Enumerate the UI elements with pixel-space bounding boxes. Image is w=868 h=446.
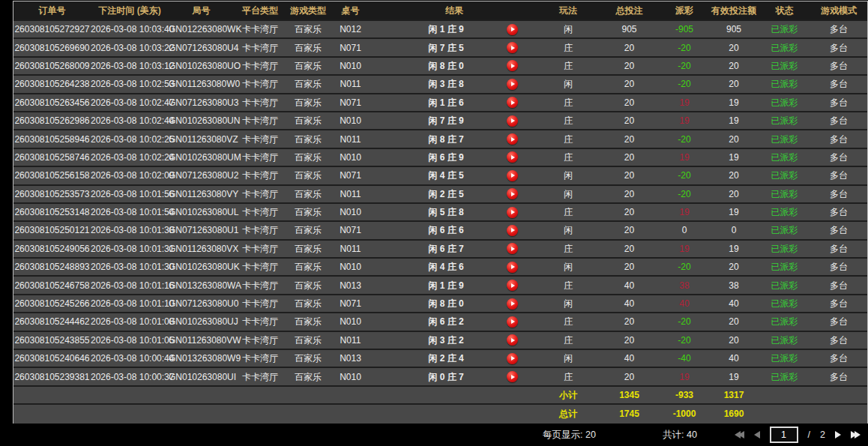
cell-total-bet: 20 — [599, 244, 660, 253]
cell-result: 闲 6 庄 2 — [405, 317, 487, 326]
play-triangle — [511, 192, 515, 196]
table-row: 2603081052444622026-03-08 10:01:08GN0102… — [13, 313, 867, 331]
cell-result: 闲 2 庄 4 — [405, 354, 487, 363]
play-video-icon[interactable] — [507, 115, 518, 127]
cell-game-mode: 多台 — [810, 226, 867, 235]
play-video-icon[interactable] — [507, 225, 518, 236]
header-total-bet: 总投注 — [599, 4, 660, 17]
cell-valid-bet: 40 — [709, 354, 759, 363]
cell-play-type: 庄 — [537, 61, 599, 70]
play-video-icon[interactable] — [507, 334, 518, 346]
cell-status: 已派彩 — [759, 116, 810, 125]
bet-records-page: 订单号 下注时间 (美东) 局号 平台类型 游戏类型 桌号 结果 玩法 总投注 … — [0, 0, 868, 446]
play-video-icon[interactable] — [507, 97, 518, 108]
cell-bet-time: 2026-03-08 10:02:44 — [91, 116, 169, 125]
table-row: 2603081052561582026-03-08 10:02:09GN0712… — [13, 167, 867, 185]
table-row: 2603081052488932026-03-08 10:01:30GN0102… — [13, 259, 867, 277]
cell-bet-time: 2026-03-08 10:01:08 — [91, 317, 169, 326]
play-video-icon[interactable] — [507, 170, 518, 181]
play-video-icon[interactable] — [507, 60, 518, 71]
cell-result: 闲 1 庄 9 — [405, 25, 487, 34]
prev-page-icon[interactable] — [754, 431, 760, 439]
play-video-icon[interactable] — [507, 24, 518, 35]
cell-game-type: 百家乐 — [286, 299, 330, 308]
record-count: 共计: 40 — [663, 429, 697, 442]
play-video-icon[interactable] — [507, 298, 518, 310]
cell-total-bet: 20 — [599, 262, 660, 271]
cell-payout: 19 — [660, 244, 709, 253]
cell-total-bet: 40 — [599, 299, 660, 308]
play-video-icon[interactable] — [507, 243, 518, 254]
cell-table-number: N010 — [330, 262, 371, 271]
cell-replay — [487, 371, 537, 382]
cell-bet-time: 2026-03-08 10:01:31 — [91, 244, 169, 253]
cell-game-type: 百家乐 — [286, 43, 330, 52]
cell-play-type: 闲 — [537, 79, 599, 88]
cell-order-number: 260308105249056 — [13, 244, 91, 253]
cell-order-number: 260308105243855 — [13, 336, 91, 345]
table-row: 2603081052467582026-03-08 10:01:16GN0132… — [13, 277, 867, 295]
cell-table-number: N011 — [330, 244, 371, 253]
table-row: 2603081052535732026-03-08 10:01:56GN0112… — [13, 186, 867, 204]
cell-replay — [487, 262, 537, 273]
summary-payout: -933 — [660, 391, 709, 400]
play-video-icon[interactable] — [507, 207, 518, 218]
cell-total-bet: 20 — [599, 226, 660, 235]
play-video-icon[interactable] — [507, 133, 518, 145]
play-video-icon[interactable] — [507, 280, 518, 291]
cell-valid-bet: 20 — [709, 317, 759, 326]
cell-payout: 19 — [660, 373, 709, 382]
cell-game-type: 百家乐 — [286, 61, 330, 70]
summary-label: 小计 — [537, 391, 599, 400]
cell-game-type: 百家乐 — [286, 153, 330, 162]
cell-bet-time: 2026-03-08 10:01:05 — [91, 336, 169, 345]
play-video-icon[interactable] — [507, 353, 518, 364]
cell-play-type: 闲 — [537, 25, 599, 34]
cell-table-number: N071 — [330, 171, 371, 180]
cell-total-bet: 20 — [599, 135, 660, 144]
cell-result: 闲 4 庄 6 — [405, 262, 487, 271]
cell-round-number: GN012263080WK — [169, 25, 234, 34]
cell-game-type: 百家乐 — [286, 98, 330, 107]
cell-replay — [487, 151, 537, 163]
cell-bet-time: 2026-03-08 10:00:37 — [91, 373, 169, 382]
cell-valid-bet: 19 — [709, 208, 759, 217]
cell-table-number: N013 — [330, 354, 371, 363]
play-video-icon[interactable] — [507, 262, 518, 273]
cell-status: 已派彩 — [759, 226, 810, 235]
cell-order-number: 260308105253148 — [13, 208, 91, 217]
cell-order-number: 260308105256158 — [13, 171, 91, 180]
header-play-type: 玩法 — [537, 4, 599, 17]
table-row: 2603081052642382026-03-08 10:02:53GN0112… — [13, 76, 867, 94]
play-video-icon[interactable] — [507, 188, 518, 199]
play-video-icon[interactable] — [507, 42, 518, 53]
cell-game-mode: 多台 — [810, 262, 867, 271]
cell-bet-time: 2026-03-08 10:00:44 — [91, 354, 169, 363]
cell-replay — [487, 353, 537, 364]
cell-total-bet: 20 — [599, 61, 660, 70]
cell-replay — [487, 316, 537, 328]
cell-replay — [487, 170, 537, 181]
cell-platform-type: 卡卡湾厅 — [234, 208, 286, 217]
play-video-icon[interactable] — [507, 371, 518, 382]
cell-order-number: 260308105239381 — [13, 373, 91, 382]
cell-status: 已派彩 — [759, 153, 810, 162]
cell-table-number: N010 — [330, 153, 371, 162]
cell-bet-time: 2026-03-08 10:02:24 — [91, 153, 169, 162]
next-page-icon[interactable] — [835, 431, 841, 439]
cell-play-type: 庄 — [537, 153, 599, 162]
cell-game-type: 百家乐 — [286, 116, 330, 125]
page-number-input[interactable] — [770, 427, 798, 443]
cell-round-number: GN010263080UM — [169, 153, 234, 162]
last-page-icon[interactable] — [851, 431, 861, 439]
first-page-icon[interactable] — [735, 431, 744, 439]
play-video-icon[interactable] — [507, 151, 518, 163]
cell-game-mode: 多台 — [810, 373, 867, 382]
cell-replay — [487, 60, 537, 71]
cell-total-bet: 20 — [599, 43, 660, 52]
cell-platform-type: 卡卡湾厅 — [234, 244, 286, 253]
pagination-bar: 每页显示: 20 共计: 40 / 2 — [0, 424, 868, 446]
play-video-icon[interactable] — [507, 79, 518, 90]
play-video-icon[interactable] — [507, 316, 518, 328]
cell-platform-type: 卡卡湾厅 — [234, 135, 286, 144]
